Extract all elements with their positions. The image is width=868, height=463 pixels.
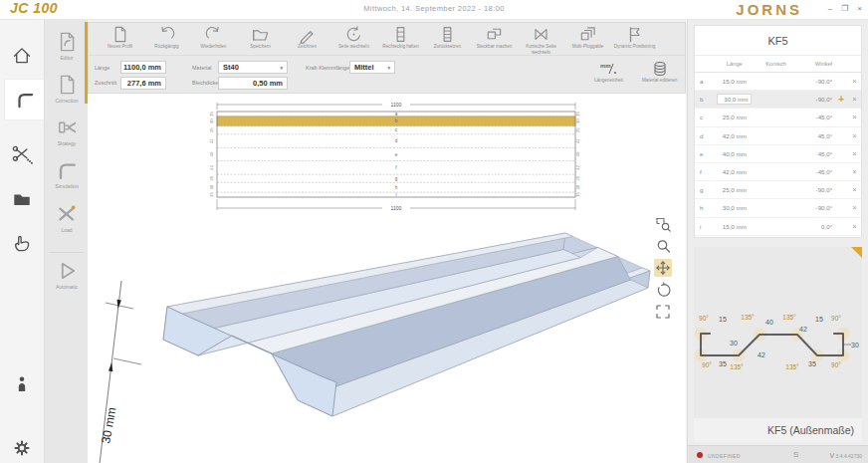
svg-text:15: 15 — [575, 192, 580, 197]
nav-item-folder[interactable] — [0, 179, 44, 219]
nav-item-person[interactable] — [0, 364, 44, 404]
cell-laenge: 30,0 mm — [723, 204, 747, 211]
length-unit-button[interactable]: mm Längeneinheit — [594, 61, 623, 83]
toolbar-button-save[interactable]: Speichern — [237, 25, 284, 50]
table-row[interactable]: a15,0 mm-90,0°× — [695, 73, 861, 91]
nav-item-hand[interactable] — [0, 223, 44, 263]
table-row[interactable]: b30,0 mm-90,0°+× — [695, 91, 861, 109]
blechdicke-input[interactable]: 0,50 mm — [218, 77, 288, 90]
sketch-label: 30 — [851, 342, 859, 348]
material-select[interactable]: St40 ▾ — [218, 61, 288, 74]
svg-text:30: 30 — [575, 118, 580, 123]
toolbar-button-dynamic-pos[interactable]: Dynamic Positioning — [611, 25, 658, 50]
svg-text:25: 25 — [575, 175, 580, 180]
table-row[interactable]: c25,0 mm-45,0°× — [695, 109, 861, 126]
undo-icon — [157, 25, 176, 44]
close-button[interactable]: × — [857, 4, 862, 13]
svg-text:42: 42 — [575, 164, 580, 169]
delete-row-button[interactable]: × — [852, 203, 856, 212]
datetime-label: Mittwoch, 14. September 2022 - 18:00 — [199, 4, 669, 13]
restore-button[interactable]: ❐ — [841, 4, 848, 13]
svg-text:25: 25 — [209, 175, 214, 180]
material-edit-button[interactable]: Material editieren — [642, 61, 677, 83]
table-row[interactable]: d42,0 mm45,0°× — [695, 127, 861, 145]
viewport-tool-zoom[interactable] — [654, 237, 672, 255]
viewport: 30 mm 11001100a1515b3030c2525d4242e4040f… — [88, 94, 686, 463]
parameter-strip: Länge 1100,0 mm Material St40 ▾ Kraft Kl… — [89, 56, 685, 93]
dimension-label: 30 mm — [99, 406, 118, 445]
delete-row-button[interactable]: × — [852, 113, 856, 121]
delete-row-button[interactable]: × — [852, 149, 856, 158]
mode-item-strategy[interactable]: Strategy — [45, 116, 89, 157]
database-icon — [652, 61, 668, 77]
nav-item-gear[interactable] — [0, 428, 44, 463]
strategy-icon — [55, 116, 79, 139]
table-row[interactable]: e40,0 mm45,0°× — [695, 145, 861, 163]
nav-rail — [0, 20, 44, 463]
flat-band-letter: i — [395, 192, 396, 197]
delete-row-button[interactable]: × — [852, 185, 856, 194]
flat-band-letter: e — [395, 152, 398, 157]
viewport-tool-zoom-select[interactable] — [654, 215, 672, 233]
correction-icon — [55, 73, 79, 97]
kraft-select[interactable]: Mittel ▾ — [349, 61, 395, 74]
delete-row-button[interactable]: × — [852, 95, 856, 104]
toolbar-button-keep-rect[interactable]: Rechteckig halten — [377, 25, 424, 50]
svg-text:15: 15 — [209, 111, 214, 116]
cell-laenge[interactable]: 30,0 mm — [717, 94, 752, 105]
mode-item-load[interactable]: Load — [45, 202, 89, 244]
svg-text:40: 40 — [575, 151, 580, 156]
cell-winkel: -90,0° — [793, 96, 834, 103]
viewport-tool-fullscreen[interactable] — [654, 303, 672, 321]
pan-icon — [655, 260, 671, 276]
version-text: V 3.4.4.42730 — [830, 452, 862, 459]
delete-row-button[interactable]: × — [852, 77, 856, 86]
automatic-icon — [55, 259, 79, 283]
viewport-tool-pan[interactable] — [654, 259, 672, 277]
keep-rect-icon — [391, 25, 410, 44]
table-row[interactable]: f42,0 mm-45,0°× — [695, 163, 861, 181]
sketch-label: 90° — [699, 315, 709, 322]
toolbar-button-draw[interactable]: Zeichnen — [284, 25, 330, 50]
delete-row-button[interactable]: × — [852, 167, 856, 176]
cell-laenge: 25,0 mm — [723, 186, 747, 193]
table-row[interactable]: i15,0 mm0,0°× — [695, 218, 861, 236]
delete-row-button[interactable]: × — [852, 222, 856, 231]
toolbar-button-flip-side[interactable]: Seite wechseln — [330, 25, 377, 50]
minimize-button[interactable]: – — [828, 4, 832, 13]
status-s-label: S — [793, 450, 798, 459]
flat-pattern-view: 11001100a1515b3030c2525d4242e4040f4242g2… — [215, 98, 577, 215]
delete-row-button[interactable]: × — [852, 131, 856, 140]
add-row-button[interactable]: + — [838, 94, 844, 105]
window-controls: – ❐ × — [828, 4, 862, 13]
row-letter: e — [695, 150, 711, 157]
table-row[interactable]: h30,0 mm-90,0°× — [695, 199, 861, 217]
toolbar-button-undo[interactable]: Rückgängig — [143, 25, 190, 50]
zuschnitt-input[interactable]: 277,6 mm — [120, 77, 166, 90]
toolbar-button-reset[interactable]: Zurücksetzen — [424, 25, 471, 50]
cell-laenge: 25,0 mm — [723, 114, 747, 120]
nav-item-scissors[interactable] — [0, 135, 44, 175]
nav-item-home[interactable] — [0, 36, 44, 76]
viewport-tool-rotate[interactable] — [654, 281, 672, 299]
viewport-tools — [654, 215, 672, 321]
toolbar-button-pluggable[interactable]: Steckbar machen — [471, 25, 518, 50]
nav-item-profile-bend[interactable] — [5, 80, 44, 119]
table-row[interactable]: g25,0 mm-90,0°× — [695, 181, 861, 199]
cell-winkel: 45,0° — [793, 132, 834, 139]
laenge-input[interactable]: 1100,0 mm — [120, 61, 166, 74]
flip-side-icon — [344, 25, 363, 44]
mode-item-correction[interactable]: Correction — [45, 73, 89, 115]
toolbar-button-redo[interactable]: Wiederholen — [190, 25, 237, 50]
mode-item-automatic[interactable]: Automatic — [45, 259, 89, 301]
multi-plug-icon — [578, 25, 597, 44]
sketch-label: 135° — [785, 363, 799, 370]
mode-item-editor[interactable]: Editor — [45, 30, 89, 72]
svg-text:30: 30 — [209, 184, 214, 189]
kraft-label: Kraft Klemmfänger — [306, 65, 351, 71]
toolbar-button-multi-plug[interactable]: Multi-Pluggable — [564, 25, 611, 50]
toolbar-button-conic-flip[interactable]: Konische Seite wechseln — [518, 25, 564, 55]
toolbar-button-new-profile[interactable]: Neues Profil — [97, 25, 143, 50]
mode-item-simulation[interactable]: Simulation — [45, 158, 89, 200]
cell-winkel: -90,0° — [793, 186, 834, 193]
